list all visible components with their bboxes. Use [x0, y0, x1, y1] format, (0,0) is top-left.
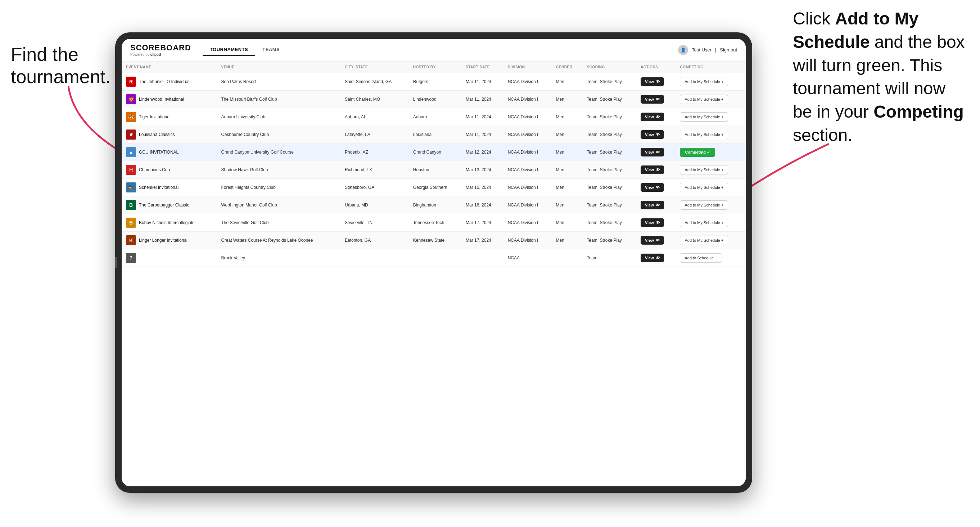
hosted-by-cell: Kennesaw State	[409, 232, 461, 249]
logo-clippd: clippd	[150, 52, 161, 57]
add-to-schedule-button[interactable]: Add to My Schedule +	[680, 112, 728, 122]
gender-cell: Men	[552, 197, 583, 214]
col-gender: GENDER	[552, 62, 583, 73]
add-to-schedule-button[interactable]: Add to My Schedule +	[680, 200, 728, 210]
add-to-schedule-button[interactable]: Add to My Schedule +	[680, 77, 728, 86]
venue-cell: Worthington Manor Golf Club	[217, 197, 340, 214]
division-cell: NCAA Division I	[503, 73, 552, 90]
start-date-cell: Mar 11, 2024	[461, 90, 503, 108]
table-container: EVENT NAME VENUE CITY, STATE HOSTED BY S…	[122, 62, 746, 486]
venue-cell: Great Waters Course At Reynolds Lake Oco…	[217, 232, 340, 249]
table-row: B The Carpetbagger Classic Worthington M…	[122, 197, 746, 214]
hosted-by-cell: Georgia Southern	[409, 179, 461, 197]
table-header-row: EVENT NAME VENUE CITY, STATE HOSTED BY S…	[122, 62, 746, 73]
view-button[interactable]: View 👁	[641, 254, 664, 262]
scoring-cell: Team, Stroke Play	[583, 73, 636, 90]
division-cell: NCAA Division I	[503, 232, 552, 249]
hosted-by-cell: Auburn	[409, 108, 461, 126]
division-cell: NCAA Division I	[503, 197, 552, 214]
division-cell: NCAA Division I	[503, 108, 552, 126]
view-button[interactable]: View 👁	[641, 218, 664, 227]
start-date-cell: Mar 12, 2024	[461, 143, 503, 161]
col-event-name: EVENT NAME	[122, 62, 217, 73]
start-date-cell	[461, 249, 503, 267]
actions-cell: View 👁	[636, 108, 676, 126]
eye-icon: 👁	[656, 256, 660, 260]
add-to-schedule-button[interactable]: Add to Schedule +	[680, 253, 722, 263]
add-to-schedule-button[interactable]: Add to My Schedule +	[680, 95, 728, 104]
division-cell: NCAA Division I	[503, 179, 552, 197]
eye-icon: 👁	[656, 238, 660, 243]
team-logo: 🦁	[126, 94, 136, 104]
event-name-cell: ▲ GCU INVITATIONAL	[126, 147, 212, 157]
view-button[interactable]: View 👁	[641, 148, 664, 157]
gender-cell: Men	[552, 108, 583, 126]
view-button[interactable]: View 👁	[641, 236, 664, 244]
actions-cell: View 👁	[636, 143, 676, 161]
scoring-cell: Team, Stroke Play	[583, 214, 636, 232]
scoring-cell: Team, Stroke Play	[583, 90, 636, 108]
view-button[interactable]: View 👁	[641, 165, 664, 174]
scoring-cell: Team, Stroke Play	[583, 108, 636, 126]
view-button[interactable]: View 👁	[641, 130, 664, 139]
division-cell: NCAA Division I	[503, 214, 552, 232]
add-to-schedule-button[interactable]: Add to My Schedule +	[680, 236, 728, 245]
event-name-text: Louisiana Classics	[139, 132, 175, 137]
sign-out-link[interactable]: Sign out	[720, 47, 737, 52]
view-button[interactable]: View 👁	[641, 201, 664, 210]
start-date-cell: Mar 11, 2024	[461, 108, 503, 126]
view-button[interactable]: View 👁	[641, 95, 664, 103]
event-name-cell: R The Johnnie - O Individual	[126, 77, 212, 87]
team-logo: 🦅	[126, 183, 136, 192]
scoring-cell: Team, Stroke Play	[583, 126, 636, 143]
start-date-cell: Mar 11, 2024	[461, 73, 503, 90]
gender-cell: Men	[552, 126, 583, 143]
competing-cell: Add to My Schedule +	[676, 73, 746, 90]
event-name-cell: ⚜ Louisiana Classics	[126, 130, 212, 140]
competing-cell: Add to My Schedule +	[676, 108, 746, 126]
venue-cell: Grand Canyon University Golf Course	[217, 143, 340, 161]
team-logo: R	[126, 77, 136, 87]
event-name-cell: B The Carpetbagger Classic	[126, 200, 212, 210]
eye-icon: 👁	[656, 132, 660, 137]
view-button[interactable]: View 👁	[641, 183, 664, 192]
add-to-schedule-button[interactable]: Add to My Schedule +	[680, 183, 728, 192]
event-name-cell: H Champions Cup	[126, 165, 212, 175]
city-cell: Statesboro, GA	[340, 179, 409, 197]
annotation-right: Click Add to My Schedule and the box wil…	[793, 7, 966, 147]
city-cell: Phoenix, AZ	[340, 143, 409, 161]
event-name-cell: 🐯 Tiger Invitational	[126, 112, 212, 122]
city-cell: Eatonton, GA	[340, 232, 409, 249]
add-to-schedule-button[interactable]: Add to My Schedule +	[680, 130, 728, 139]
col-start-date: START DATE	[461, 62, 503, 73]
venue-cell: Oakbourne Country Club	[217, 126, 340, 143]
table-row: H Champions Cup Shadow Hawk Golf ClubRic…	[122, 161, 746, 179]
table-row: 🦅 Schenkel Invitational Forest Heights C…	[122, 179, 746, 197]
eye-icon: 👁	[656, 150, 660, 154]
venue-cell: Sea Palms Resort	[217, 73, 340, 90]
tab-teams[interactable]: TEAMS	[255, 44, 287, 56]
tablet: SCOREBOARD Powered by clippd TOURNAMENTS…	[115, 32, 752, 493]
col-actions: ACTIONS	[636, 62, 676, 73]
table-body: R The Johnnie - O Individual Sea Palms R…	[122, 73, 746, 267]
add-to-schedule-button[interactable]: Add to My Schedule +	[680, 218, 728, 227]
annotation-left: Find the tournament.	[11, 43, 111, 88]
eye-icon: 👁	[656, 203, 660, 207]
eye-icon: 👁	[656, 185, 660, 190]
tab-tournaments[interactable]: TOURNAMENTS	[203, 44, 255, 56]
view-button[interactable]: View 👁	[641, 77, 664, 86]
event-name-cell: 🦅 Schenkel Invitational	[126, 183, 212, 192]
competing-button[interactable]: Competing ✓	[680, 148, 715, 157]
hosted-by-cell: Houston	[409, 161, 461, 179]
separator: |	[715, 47, 716, 52]
city-cell: Sevierville, TN	[340, 214, 409, 232]
team-logo: B	[126, 217, 136, 228]
actions-cell: View 👁	[636, 214, 676, 232]
event-name-text: Tiger Invitational	[139, 114, 170, 119]
add-to-schedule-button[interactable]: Add to My Schedule +	[680, 165, 728, 175]
view-button[interactable]: View 👁	[641, 113, 664, 121]
event-name-cell: 🦁 Lindenwood Invitational	[126, 94, 212, 104]
hosted-by-cell: Grand Canyon	[409, 143, 461, 161]
hosted-by-cell	[409, 249, 461, 267]
col-city-state: CITY, STATE	[340, 62, 409, 73]
